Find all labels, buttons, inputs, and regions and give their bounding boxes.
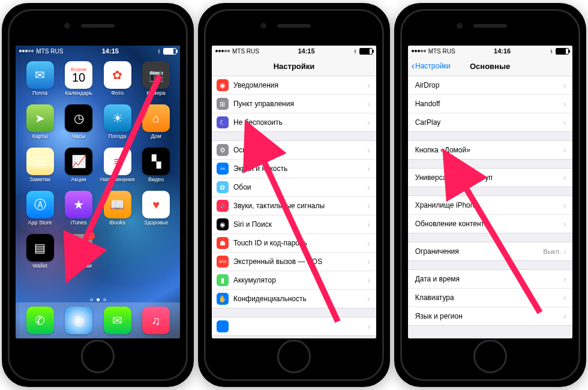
phone-general: MTS RUS 14:16 ᚼ ‹Настройки Основные AirD… <box>394 3 586 387</box>
app-Погода[interactable]: ☀Погода <box>99 104 136 145</box>
page-dots <box>16 298 180 301</box>
app-Wallet[interactable]: ▤Wallet <box>22 234 59 275</box>
app-Напоминания[interactable]: ≡Напоминания <box>99 148 136 188</box>
phone-home: MTS RUS 14:15 ᚼ ✉ПочтаВторник10Календарь… <box>2 3 194 387</box>
general-row[interactable]: AirDrop› <box>408 76 572 95</box>
general-row[interactable]: Универсальный доступ› <box>408 169 572 187</box>
app-Заметки[interactable]: ☰Заметки <box>22 148 59 188</box>
settings-row[interactable]: ☾Не беспокоить› <box>212 113 376 131</box>
nav-bar: ‹Настройки Основные <box>408 56 572 76</box>
settings-row[interactable]: ◉Siri и Поиск› <box>212 215 376 234</box>
settings-row[interactable]: ⊞Пункт управления› <box>212 95 376 113</box>
bluetooth-icon: ᚼ <box>157 48 161 55</box>
app-App Store[interactable]: ⒶApp Store <box>22 191 59 232</box>
bluetooth-icon: ᚼ <box>550 48 553 55</box>
settings-row[interactable]: ✿Обои› <box>212 178 376 197</box>
back-button[interactable]: ‹Настройки <box>412 61 451 71</box>
app-Здоровье[interactable]: ♥Здоровье <box>137 191 175 232</box>
app-Карты[interactable]: ➤Карты <box>22 104 59 145</box>
settings-list[interactable]: ◉Уведомления›⊞Пункт управления›☾Не беспо… <box>212 76 376 338</box>
signal-icon <box>412 50 426 52</box>
home-button[interactable] <box>81 340 115 373</box>
general-row[interactable]: Клавиатура› <box>408 289 572 307</box>
front-camera <box>64 23 70 29</box>
bluetooth-icon: ᚼ <box>353 48 357 55</box>
settings-row[interactable]: ▮Аккумулятор› <box>212 271 376 290</box>
signal-icon <box>215 50 230 52</box>
settings-row[interactable]: ☗Touch ID и код-пароль› <box>212 234 376 253</box>
dock-app[interactable]: ♫ <box>140 307 172 334</box>
carrier-label: MTS RUS <box>232 48 259 55</box>
settings-row[interactable]: ✋Конфиденциальность› <box>212 290 376 308</box>
settings-screen[interactable]: MTS RUS 14:15 ᚼ Настройки ◉Уведомления›⊞… <box>212 46 376 338</box>
settings-row[interactable]: ◉Уведомления› <box>212 76 376 95</box>
carrier-label: MTS RUS <box>428 48 455 55</box>
general-row[interactable]: Кнопка «Домой»› <box>408 141 572 159</box>
nav-title: Настройки <box>274 62 315 71</box>
phone-settings: MTS RUS 14:15 ᚼ Настройки ◉Уведомления›⊞… <box>198 3 390 387</box>
status-bar: MTS RUS 14:16 ᚼ <box>408 46 572 56</box>
home-screen[interactable]: MTS RUS 14:15 ᚼ ✉ПочтаВторник10Календарь… <box>16 46 180 338</box>
battery-icon <box>556 48 569 55</box>
app-Фото[interactable]: ✿Фото <box>99 61 136 102</box>
front-camera <box>260 23 266 29</box>
app-iBooks[interactable]: 📖iBooks <box>99 191 136 232</box>
app-Камера[interactable]: 📷Камера <box>137 61 175 102</box>
general-row[interactable]: Хранилище iPhone› <box>408 196 572 215</box>
app-Видео[interactable]: ▚Видео <box>137 148 175 188</box>
app-iTunes[interactable]: ★iTunes <box>60 191 97 232</box>
app-Календарь[interactable]: Вторник10Календарь <box>60 61 97 102</box>
clock: 14:16 <box>494 47 511 55</box>
settings-row[interactable]: ⚙Основные› <box>212 141 376 160</box>
dock: ✆◎✉♫ <box>16 302 180 338</box>
front-camera <box>457 23 463 29</box>
general-row[interactable]: ОграниченияВыкл.› <box>408 242 572 260</box>
app-Настройки[interactable]: ⚙1Настройки <box>60 234 97 275</box>
carrier-label: MTS RUS <box>36 48 63 55</box>
speaker <box>277 24 311 28</box>
general-row[interactable]: Дата и время› <box>408 270 572 289</box>
status-bar: MTS RUS 14:15 ᚼ <box>212 46 376 56</box>
clock: 14:15 <box>298 47 314 55</box>
home-button[interactable] <box>277 340 311 373</box>
settings-row[interactable]: 🔊Звуки, тактильные сигналы› <box>212 197 376 215</box>
settings-row[interactable]: SOSЭкстренный вызов — SOS› <box>212 253 376 271</box>
app-Акции[interactable]: 📈Акции <box>60 148 97 188</box>
battery-icon <box>359 48 373 55</box>
dock-app[interactable]: ✉ <box>102 307 133 334</box>
home-button[interactable] <box>473 340 507 373</box>
general-row[interactable]: CarPlay› <box>408 113 572 131</box>
general-row[interactable]: Язык и регион› <box>408 307 572 325</box>
general-row[interactable]: Handoff› <box>408 95 572 113</box>
battery-icon <box>163 48 176 55</box>
settings-row[interactable]: › <box>212 317 376 335</box>
status-bar: MTS RUS 14:15 ᚼ <box>16 46 180 56</box>
signal-icon <box>19 50 34 52</box>
dock-app[interactable]: ✆ <box>25 307 56 334</box>
app-Дом[interactable]: ⌂Дом <box>137 104 175 145</box>
stage: MTS RUS 14:15 ᚼ ✉ПочтаВторник10Календарь… <box>0 0 588 390</box>
settings-row[interactable]: AAЭкран и яркость› <box>212 160 376 178</box>
general-screen[interactable]: MTS RUS 14:16 ᚼ ‹Настройки Основные AirD… <box>408 46 572 338</box>
dock-app[interactable]: ◎ <box>63 307 94 334</box>
nav-title: Основные <box>470 62 510 71</box>
app-Часы[interactable]: ◷Часы <box>60 104 97 145</box>
general-list[interactable]: AirDrop›Handoff›CarPlay›Кнопка «Домой»›У… <box>408 76 572 338</box>
clock: 14:15 <box>102 47 119 55</box>
general-row[interactable]: Обновление контента› <box>408 215 572 233</box>
app-Почта[interactable]: ✉Почта <box>22 61 59 102</box>
nav-bar: Настройки <box>212 56 376 76</box>
speaker <box>473 24 507 28</box>
speaker <box>81 24 115 28</box>
app-grid: ✉ПочтаВторник10Календарь✿Фото📷Камера➤Кар… <box>16 61 180 300</box>
